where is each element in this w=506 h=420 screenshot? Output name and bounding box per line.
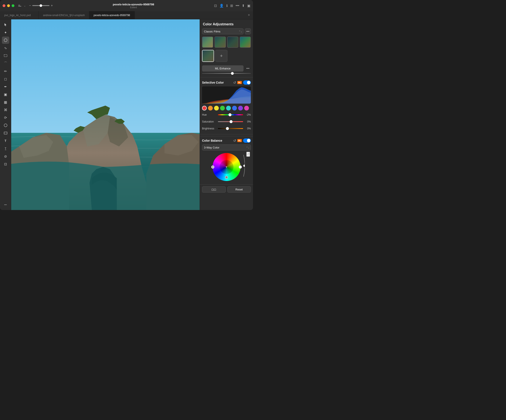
sidebar-right-button[interactable]: ▣ [247,4,250,8]
zoom-out-button[interactable]: − [29,4,31,7]
wheel-handle-right[interactable] [239,166,242,168]
threeway-select[interactable]: 3-Way Color Color Wheels Curves [202,144,251,150]
zoom-in-button[interactable]: + [51,4,53,7]
color-dot-orange[interactable] [208,106,213,110]
cursor-tool[interactable] [2,21,9,28]
toggle-knob [247,81,250,84]
svg-point-0 [4,39,7,42]
selective-color-toggle[interactable] [243,80,251,85]
hue-thumb [228,113,232,116]
info-icon-button[interactable]: ℹ [226,4,228,8]
crop-icon-button[interactable]: ⊡ [214,4,217,8]
zoom-controls: − + [29,4,53,7]
threeway-select-wrapper[interactable]: 3-Way Color Color Wheels Curves [202,144,251,150]
ml-more-button[interactable]: ••• [245,65,251,72]
wheel-handle-left[interactable] [211,166,214,168]
paint-brush-tool[interactable]: ✏ [2,67,9,75]
color-dots [200,106,253,113]
person-icon-button[interactable]: 👤 [220,4,224,8]
tab-pvc-logo[interactable]: pvc_logo_4c_horiz.pxd [0,11,39,19]
sidebar-toggle-button[interactable]: ⌄ [18,4,26,7]
ml-enhance-row: ML Enhance ••• [202,65,251,72]
circle-shape-tool[interactable] [2,122,9,129]
titlebar: ⌄ − + pexels-leticia-azevedo-9569798 Edi… [0,0,253,11]
color-dot-magenta[interactable] [244,106,249,110]
preset-dropdown-wrapper[interactable]: Classic Films Vivid Matte Black & White … [202,28,244,34]
gradient-tool[interactable]: ▦ [2,98,9,106]
preset-more-button[interactable]: ••• [245,28,251,34]
eraser-tool[interactable]: ◻ [2,75,9,83]
hue-label: Hue [202,113,217,116]
pen-tool[interactable]: ⌘ [2,106,9,114]
sidebar-icon [18,4,23,7]
add-tab-button[interactable]: + [245,11,253,19]
color-wheel[interactable]: + [213,153,240,181]
minimize-button[interactable] [7,4,10,7]
share-button[interactable]: ⬆ [242,4,245,8]
color-dot-blue[interactable] [232,106,237,110]
preset-thumb-3[interactable] [227,37,238,48]
canvas-size-button[interactable]: ⊞ [230,4,233,8]
smudge-tool[interactable]: ⊘ [2,153,9,160]
magic-wand-tool[interactable]: ✦ [2,29,9,36]
saturation-slider[interactable] [218,120,243,124]
preset-thumb-5[interactable] [202,50,214,62]
select-circle-tool[interactable] [2,37,9,44]
type-path-tool[interactable]: T̲ [2,145,9,152]
preset-thumb-2[interactable] [214,37,226,48]
rect-select-tool[interactable] [2,52,9,59]
zoom-slider[interactable] [32,5,49,6]
lasso-tool[interactable]: ⌒ [2,60,9,67]
tab-andrew-small[interactable]: andrew-small-EfhCUc_fjrU-unsplash [39,11,89,19]
hue-slider[interactable] [218,113,243,117]
color-balance-header: Color Balance ↺ ML [200,136,253,144]
panel-title: Color Adjustments [200,19,253,28]
preset-select[interactable]: Classic Films Vivid Matte Black & White … [202,28,244,34]
color-dot-purple[interactable] [238,106,243,110]
wheel-handle-bottom[interactable] [225,176,228,179]
hue-value: -2% [244,113,251,116]
traffic-lights [3,4,14,7]
right-panel: Color Adjustments Classic Films Vivid Ma… [200,19,253,210]
crop-tool[interactable]: ⊡ [2,160,9,168]
color-balance-reset[interactable]: ↺ [233,139,236,143]
tab-pexels[interactable]: pexels-leticia-azevedo-9569798 [89,11,134,19]
rect-shape-tool[interactable] [2,129,9,137]
main-content: ✦ ∿ ⌒ ✏ ◻ ✒ ▣ ▦ ⌘ ⟳ T T̲ ⊘ ⊡ ••• [0,19,253,210]
preset-row: Classic Films Vivid Matte Black & White … [200,28,253,37]
preset-thumb-1[interactable] [202,37,213,48]
ml-slider[interactable] [202,73,251,74]
brush-select-tool[interactable]: ∿ [2,44,9,52]
color-wheel-reset-button[interactable]: ↺ [246,152,250,157]
color-balance-toggle[interactable] [243,138,251,143]
color-dot-cyan[interactable] [226,106,231,110]
histogram [202,86,251,103]
compare-button[interactable]: ◻◻ [202,186,226,193]
reset-all-button[interactable]: Reset [227,186,251,193]
ml-enhance-button[interactable]: ML Enhance [202,65,244,71]
color-balance-title: Color Balance [202,139,232,142]
pencil-tool[interactable]: ✒ [2,83,9,90]
color-balance-ml-badge: ML [237,139,242,142]
preset-thumb-4[interactable] [240,37,251,48]
selective-color-reset[interactable]: ↺ [233,81,236,85]
color-dot-yellow[interactable] [214,106,219,110]
more-options-button[interactable]: ••• [236,4,239,7]
maximize-button[interactable] [12,4,14,7]
bezier-tool[interactable]: ⟳ [2,114,9,121]
preset-thumbs-row2: + [200,50,253,64]
saturation-slider-row: Saturation 0% [202,120,251,124]
color-wheel-wrapper: ↺ + [200,152,253,184]
paint-bucket-tool[interactable]: ▣ [2,91,9,98]
ml-slider-thumb [231,72,234,75]
brightness-label: Brightness [202,127,217,130]
brightness-slider[interactable] [218,126,243,131]
ml-enhance-section: ML Enhance ••• [200,64,253,76]
more-tools-button[interactable]: ••• [2,201,9,208]
selective-color-title: Selective Color [202,81,232,84]
color-dot-green[interactable] [220,106,225,110]
close-button[interactable] [3,4,5,7]
color-dot-red[interactable] [202,106,207,110]
add-preset-button[interactable]: + [215,50,227,62]
type-tool[interactable]: T [2,137,9,144]
